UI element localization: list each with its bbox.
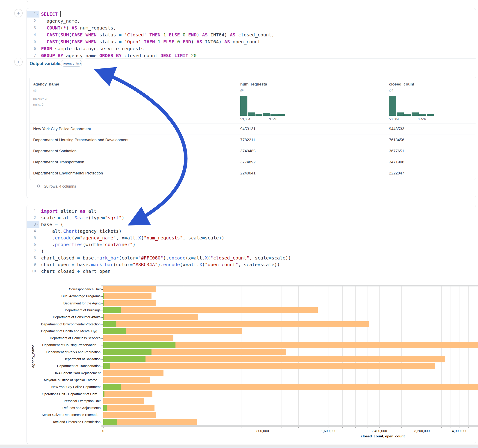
column-type: i64 [389,88,393,92]
x-axis-tick [412,427,412,428]
y-axis-label: Refunds and Adjustments [0,406,101,410]
table-cell: 3471908 [389,160,404,165]
y-axis-label: Department of Consumer Affairs [0,315,101,319]
x-axis-tick [422,427,422,428]
x-axis-tick-label: 4,000,000 [446,429,473,433]
x-axis-tick [298,427,299,428]
table-footer: 20 rows, 4 columns [37,184,76,188]
bar-closed-count [103,391,152,397]
python-editor[interactable]: 1import altair as alt2scale = alt.Scale(… [27,205,476,276]
y-axis-label: Correspondence Unit [0,287,101,291]
y-axis-tick [101,422,103,423]
sql-cell: ⌄1SELECT 2 agency_name,3 COUNT(*) AS num… [26,8,476,198]
code-line: agency_name, [41,18,80,24]
table-cell: 2240041 [240,171,256,176]
column-header-closed_count[interactable]: closed_count [389,82,414,87]
table-cell: 3677651 [389,149,404,154]
collapse-chevron-icon[interactable]: ⌄ [37,12,38,15]
chart-bottom-scrollbar[interactable] [101,425,478,427]
bar-closed-count [103,419,197,425]
histogram-bar [412,112,419,116]
result-table: agency_namestrunique: 20nulls: 0num_requ… [30,77,476,180]
histogram-bar [240,96,247,116]
code-line: import altair as alt [41,208,97,214]
y-axis-label: Department of Housing Preservation … [0,343,101,347]
y-axis-label: Department for the Aging [0,301,101,305]
code-line: ) [41,249,44,254]
x-axis-tick [241,427,241,428]
table-cell: 9453131 [240,127,256,131]
table-cell: 3749485 [240,149,256,154]
line-number: 7 [27,53,36,58]
chart-top-scrollbar[interactable] [101,285,478,286]
column-header-agency_name[interactable]: agency_name [33,82,59,87]
y-axis-label: Personal Exemption Unit [0,399,101,403]
y-axis-label: Department of Environmental Protection [0,322,101,326]
histogram-min-label: 53,304 [389,117,399,121]
row-separator [30,135,476,135]
y-axis-label: DHS Advantage Programs [0,294,101,298]
y-axis-label: Department of Transportation [0,364,101,368]
bar-open-count [103,314,104,320]
add-cell-button-middle[interactable]: + [14,58,23,66]
line-number: 5 [27,236,36,240]
collapse-chevron-icon[interactable]: ⌄ [37,223,38,226]
table-cell: 9443533 [389,127,404,131]
code-line: .properties(width="container") [41,242,135,247]
bar-closed-count [103,307,318,313]
x-axis-tick [468,427,469,428]
x-axis-tick-label: 3,200,000 [408,429,436,433]
bar-open-count [103,384,121,390]
row-separator [30,124,476,124]
add-cell-button-top[interactable]: + [14,9,23,17]
histogram-bar [256,114,263,116]
y-axis-tick [101,415,103,415]
bar-closed-count [103,384,478,390]
column-stat: nulls: 0 [33,103,43,106]
histogram-bar [419,114,426,116]
code-line: base = ( [41,222,63,227]
column-histogram [389,96,434,116]
x-axis-tick [342,427,343,428]
cell-separator [27,58,476,59]
histogram-bar [404,114,411,116]
line-number: 6 [27,242,36,247]
bar-open-count [103,300,104,306]
table-cell: Department of Housing Preservation and D… [33,138,128,143]
y-axis-label: Department of Parks and Recreation [0,350,101,354]
output-variable-input[interactable]: agency_tickets [61,60,82,67]
table-cell: 7782211 [240,138,255,143]
code-line: chart_open = base.mark_bar(color="#8BC34… [41,262,280,267]
gridline [451,286,451,425]
search-icon[interactable] [37,184,41,188]
code-line: scale = alt.Scale(type="sqrt") [41,215,124,221]
column-type: str [33,88,37,92]
bar-closed-count [103,370,164,376]
y-axis-tick [101,408,103,408]
bar-open-count [103,307,121,313]
line-number: 4 [27,229,36,233]
line-number: 9 [27,262,36,267]
bar-closed-count [103,412,156,418]
code-line: SELECT [41,11,61,17]
text-cursor [60,11,61,17]
column-header-num_requests[interactable]: num_requests [240,82,267,87]
table-cell: Department of Sanitation [33,149,76,154]
notebook-page: { "colors":{"accent_blue_arrow":"#2b54cd… [0,0,478,448]
table-cell: 3774892 [240,160,256,165]
line-number: 6 [27,46,36,51]
histogram-max-label: 9.4e6 [418,117,439,121]
row-separator [30,146,476,146]
y-axis-label: HRA Benefit Card Replacement [0,371,101,375]
histogram-bar [248,112,255,116]
sql-editor[interactable]: ⌄1SELECT 2 agency_name,3 COUNT(*) AS num… [27,8,476,58]
code-line: alt.Chart(agency_tickets) [41,228,121,234]
x-axis-tick [379,427,380,428]
line-number: 3 [27,25,36,30]
bar-closed-count [103,286,156,292]
y-axis-tick [101,338,103,339]
y-axis-tick [101,380,103,380]
previous-cell-stub [26,0,476,2]
bottom-scroll-track[interactable] [0,445,478,447]
x-axis-tick [216,427,216,428]
